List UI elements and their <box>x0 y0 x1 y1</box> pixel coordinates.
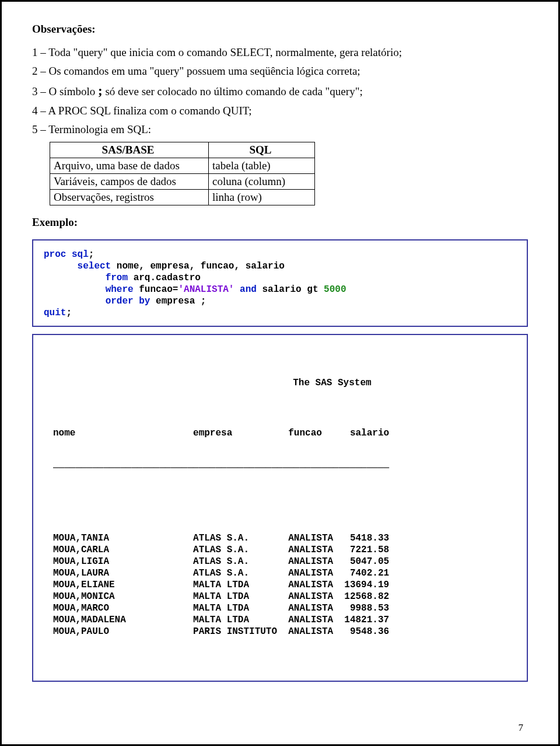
observation-1: 1 – Toda "query" que inicia com o comand… <box>32 46 528 59</box>
code-text: empresa ; <box>150 296 206 306</box>
terminology-header-left: SAS/BASE <box>50 142 209 158</box>
code-keyword: from <box>106 273 128 283</box>
output-header-row: nome empresa funcao salario <box>53 427 510 439</box>
output-row: MOUA,TANIA ATLAS S.A. ANALISTA 5418.33 <box>53 532 510 544</box>
observation-4: 4 – A PROC SQL finaliza com o comando QU… <box>32 104 528 117</box>
output-row: MOUA,PAULO PARIS INSTITUTO ANALISTA 9548… <box>53 626 510 637</box>
table-row: SAS/BASE SQL <box>50 142 315 158</box>
output-rule: ────────────────────────────────────────… <box>53 462 510 474</box>
code-keyword: quit <box>44 308 66 318</box>
code-keyword: and <box>234 284 256 295</box>
terminology-table: SAS/BASE SQL Arquivo, uma base de dados … <box>50 142 315 205</box>
output-title: The SAS System <box>53 377 510 389</box>
terminology-cell: tabela (table) <box>209 158 315 174</box>
page-number: 7 <box>519 722 524 734</box>
code-text: salario gt <box>257 284 324 295</box>
output-rows: MOUA,TANIA ATLAS S.A. ANALISTA 5418.33MO… <box>53 532 510 637</box>
output-row: MOUA,MADALENA MALTA LTDA ANALISTA 14821.… <box>53 614 510 626</box>
output-row: MOUA,ELIANE MALTA LTDA ANALISTA 13694.19 <box>53 579 510 591</box>
observation-5: 5 – Terminologia em SQL: <box>32 123 528 136</box>
output-row: MOUA,MONICA MALTA LTDA ANALISTA 12568.82 <box>53 591 510 602</box>
terminology-cell: Observações, registros <box>50 190 209 205</box>
code-text: funcao= <box>134 284 178 295</box>
semicolon-symbol: ; <box>98 83 103 98</box>
terminology-cell: Variáveis, campos de dados <box>50 174 209 190</box>
observacoes-heading: Observações: <box>32 23 528 36</box>
code-example-box: proc sql; select nome, empresa, funcao, … <box>32 239 528 327</box>
observation-3-pre: 3 – O símbolo <box>32 85 98 97</box>
terminology-cell: linha (row) <box>209 190 315 205</box>
code-number: 5000 <box>324 284 346 295</box>
code-text: arq.cadastro <box>128 273 201 283</box>
exemplo-heading: Exemplo: <box>32 216 528 229</box>
code-keyword: order by <box>106 296 150 306</box>
terminology-header-right: SQL <box>209 142 315 158</box>
table-row: Variáveis, campos de dados coluna (colum… <box>50 174 315 190</box>
output-blank <box>53 497 510 509</box>
output-row: MOUA,LAURA ATLAS S.A. ANALISTA 7402.21 <box>53 567 510 579</box>
code-text: nome, empresa, funcao, salario <box>111 261 285 271</box>
code-keyword: where <box>106 284 134 295</box>
observation-2: 2 – Os comandos em uma "query" possuem u… <box>32 65 528 78</box>
observation-3: 3 – O símbolo ; só deve ser colocado no … <box>32 83 528 99</box>
code-keyword: proc <box>44 249 66 260</box>
table-row: Arquivo, uma base de dados tabela (table… <box>50 158 315 174</box>
output-row: MOUA,MARCO MALTA LTDA ANALISTA 9988.53 <box>53 602 510 614</box>
output-box: The SAS System nome empresa funcao salar… <box>32 334 528 682</box>
table-row: Observações, registros linha (row) <box>50 190 315 205</box>
output-row: MOUA,CARLA ATLAS S.A. ANALISTA 7221.58 <box>53 544 510 556</box>
code-keyword: select <box>78 261 111 271</box>
terminology-cell: coluna (column) <box>209 174 315 190</box>
document-page: Observações: 1 – Toda "query" que inicia… <box>0 0 560 746</box>
code-string: 'ANALISTA' <box>178 284 234 295</box>
observation-3-post: só deve ser colocado no último comando d… <box>103 85 363 97</box>
code-keyword: sql <box>72 249 89 260</box>
terminology-cell: Arquivo, uma base de dados <box>50 158 209 174</box>
output-row: MOUA,LIGIA ATLAS S.A. ANALISTA 5047.05 <box>53 556 510 567</box>
